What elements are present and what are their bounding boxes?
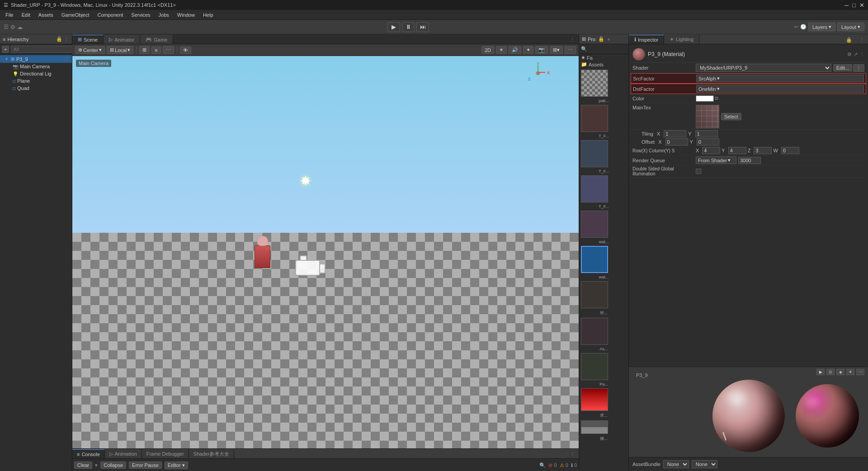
tab-shader-ref[interactable]: Shader参考大全	[189, 449, 234, 458]
hierarchy-add-button[interactable]: +	[2, 46, 9, 53]
asset-thumb-dui[interactable]	[581, 281, 608, 308]
console-search-icon[interactable]: 🔍	[539, 462, 546, 468]
row-w-field[interactable]	[781, 147, 799, 154]
dst-factor-dropdown[interactable]: OneMin ▾	[696, 85, 864, 93]
tiling-y-field[interactable]	[695, 130, 718, 137]
double-sided-toggle[interactable]	[696, 169, 701, 174]
scene-more-btn[interactable]: ⋯	[565, 46, 576, 54]
menu-window[interactable]: Window	[174, 11, 198, 19]
layers-dropdown[interactable]: Layers▾	[808, 23, 835, 31]
tiling-x-field[interactable]	[664, 130, 686, 137]
color-swatch[interactable]	[696, 95, 714, 102]
error-pause-button[interactable]: Error Pause	[129, 462, 162, 469]
shader-dropdown[interactable]: MyShader/URP/P3_9	[696, 64, 831, 72]
row-y-field[interactable]	[728, 147, 746, 154]
offset-x-field[interactable]	[665, 138, 688, 146]
tab-console[interactable]: ≡ Console	[72, 449, 105, 458]
menu-help[interactable]: Help	[199, 11, 217, 19]
console-tabs-menu[interactable]: ⋮	[566, 451, 579, 458]
inspector-lock[interactable]: 🔒	[842, 36, 856, 44]
render-queue-value[interactable]	[738, 157, 761, 164]
hierarchy-item-plane[interactable]: □ Plane	[0, 77, 72, 85]
fx-btn[interactable]: ✦	[523, 46, 533, 54]
inspector-more-btn[interactable]: ⋮	[859, 52, 864, 57]
asset-thumb-as[interactable]	[581, 318, 608, 345]
hierarchy-item-p3_9[interactable]: ▾ ⊞ P3_9 ⋮	[0, 55, 72, 63]
preview-mat-btn[interactable]: ◈	[836, 369, 844, 375]
asset-thumb-qiu[interactable]	[581, 388, 608, 411]
tab-inspector[interactable]: ℹ Inspector	[629, 35, 664, 44]
edit-shader-btn[interactable]: Edit...	[833, 64, 852, 71]
preview-sphere-btn[interactable]: ⊙	[826, 369, 835, 375]
row-z-field[interactable]	[754, 147, 772, 154]
title-bar-controls[interactable]: ─ □ ✕	[844, 2, 864, 9]
grid-snap-btn[interactable]: ⊞	[139, 46, 150, 54]
asset-thumb-wat2[interactable]	[581, 246, 608, 273]
preview-light-btn[interactable]: ☀	[846, 369, 854, 375]
preview-play-btn[interactable]: ▶	[816, 369, 825, 375]
inspector-open-btn[interactable]: ↗	[854, 52, 858, 57]
tab-frame-debugger[interactable]: Frame Debugger	[142, 449, 189, 458]
move-gizmo[interactable]: ↑ →	[265, 246, 274, 252]
menu-services[interactable]: Services	[127, 11, 154, 19]
grid-more-btn[interactable]: ⋯	[163, 46, 174, 54]
asset-bundle-dropdown[interactable]: None	[663, 460, 689, 468]
asset-thumb-tf1[interactable]	[581, 105, 608, 132]
tab-lighting[interactable]: ☀ Lighting	[664, 35, 699, 44]
play-button[interactable]: ▶	[387, 22, 400, 32]
render-queue-dropdown[interactable]: From Shader ▾	[696, 156, 736, 164]
clear-arrow[interactable]: ▾	[95, 462, 98, 468]
lighting-btn[interactable]: ☀	[496, 46, 507, 54]
asset-thumb-chu[interactable]	[581, 420, 608, 434]
hierarchy-lock[interactable]: 🔒	[56, 36, 62, 42]
menu-edit[interactable]: Edit	[18, 11, 34, 19]
menu-component[interactable]: Component	[94, 11, 127, 19]
camera-btn[interactable]: 📷	[535, 46, 548, 54]
folder-assets-root[interactable]: 📁 Assets	[579, 61, 628, 68]
hierarchy-item-quad[interactable]: □ Quad	[0, 85, 72, 92]
assets-lock[interactable]: 🔒	[598, 36, 604, 42]
viewport[interactable]: Main Camera ✸ Y	[72, 56, 579, 448]
inspector-menu[interactable]: ⋮	[856, 36, 868, 44]
editor-button[interactable]: Editor ▾	[165, 462, 188, 469]
audio-btn[interactable]: 🔊	[509, 46, 521, 54]
menu-gameobject[interactable]: GameObject	[58, 11, 93, 19]
tab-animation[interactable]: ▷ Animation	[105, 449, 142, 458]
asset-thumb-wat1[interactable]	[581, 211, 608, 238]
asset-thumb-tf3[interactable]	[581, 175, 608, 203]
menu-assets[interactable]: Assets	[35, 11, 57, 19]
src-factor-dropdown[interactable]: SrcAlph ▾	[696, 75, 864, 82]
inspector-settings-btn[interactable]: ⚙	[847, 52, 852, 57]
history-icon[interactable]: 🕐	[800, 24, 807, 30]
gizmo-btn[interactable]: ⊞▾	[550, 46, 563, 54]
shader-options-btn[interactable]: ⋮	[853, 64, 864, 72]
menu-jobs[interactable]: Jobs	[155, 11, 173, 19]
layout-dropdown[interactable]: Layout▾	[837, 23, 864, 31]
offset-y-field[interactable]	[697, 138, 719, 146]
select-btn[interactable]: Select	[721, 113, 741, 120]
undo-icon[interactable]: ↩	[794, 24, 798, 30]
tab-game[interactable]: 🎮 Game	[140, 35, 173, 44]
clear-button[interactable]: Clear	[74, 462, 92, 469]
tab-animator[interactable]: ▷ Animator	[104, 35, 140, 44]
step-button[interactable]: ⏭	[416, 22, 429, 32]
pivot-mode-btn[interactable]: ⊕ Center ▾	[75, 46, 105, 54]
view-tools-btn[interactable]: 👁	[180, 47, 191, 54]
tool-account[interactable]: ☰ ⚙ ☁	[4, 24, 23, 30]
row-x-field[interactable]	[702, 147, 720, 154]
minimize-button[interactable]: ─	[844, 2, 849, 9]
color-picker-btn[interactable]: ⧉	[715, 95, 718, 101]
tab-scene[interactable]: ⊞ Scene	[72, 35, 104, 44]
preview-more-btn[interactable]: ⋯	[856, 369, 864, 375]
close-button[interactable]: ✕	[859, 2, 864, 9]
space-mode-btn[interactable]: ⊞ Local ▾	[107, 46, 133, 54]
main-tex-thumb[interactable]	[696, 105, 719, 128]
hierarchy-menu[interactable]: ⋮	[64, 36, 69, 42]
asset-thumb-pa[interactable]	[581, 353, 608, 380]
assets-add-btn[interactable]: +	[607, 37, 610, 42]
2d-toggle[interactable]: 2D	[481, 46, 494, 54]
menu-file[interactable]: File	[2, 11, 17, 19]
asset-thumb-patt[interactable]	[581, 70, 608, 97]
hierarchy-item-main-camera[interactable]: 📷 Main Camera	[0, 63, 72, 70]
scene-gizmo[interactable]: Y X Z	[524, 60, 552, 87]
